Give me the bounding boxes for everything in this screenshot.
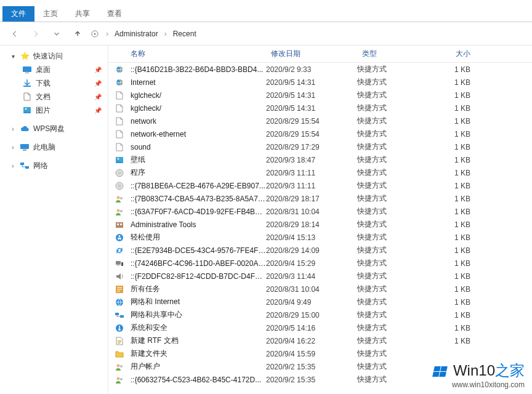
file-date: 2020/8/31 10:04: [266, 285, 357, 294]
file-type: 快捷方式: [357, 284, 426, 294]
file-icon: [108, 181, 131, 191]
file-name: Administrative Tools: [131, 220, 266, 229]
nav-back-button[interactable]: [6, 26, 23, 41]
file-size: 1 KB: [426, 285, 475, 294]
breadcrumb-user[interactable]: Administrator: [115, 30, 158, 38]
pictures-icon: [22, 105, 32, 115]
breadcrumb-folder[interactable]: Recent: [173, 30, 196, 38]
file-row[interactable]: 网络和 Internet2020/9/4 9:49快捷方式1 KB: [108, 296, 532, 308]
sidebar-downloads[interactable]: 下载 📌: [0, 76, 108, 90]
tab-share[interactable]: 共享: [66, 6, 99, 22]
file-icon: [108, 103, 131, 113]
documents-icon: [22, 92, 32, 102]
file-icon: [108, 310, 131, 320]
tab-view[interactable]: 查看: [99, 6, 131, 22]
file-icon: [108, 259, 131, 268]
file-row[interactable]: Administrative Tools2020/8/29 18:14快捷方式1…: [108, 218, 532, 231]
file-size: 1 KB: [426, 169, 475, 177]
file-size: 1 KB: [426, 337, 475, 345]
pin-icon: 📌: [94, 94, 102, 100]
sidebar-network[interactable]: › 网络: [0, 159, 108, 172]
file-icon: [108, 207, 131, 217]
file-date: 2020/9/3 18:47: [266, 156, 357, 164]
file-row[interactable]: 新建 RTF 文档2020/9/4 16:22快捷方式1 KB: [108, 334, 532, 347]
file-type: 快捷方式: [357, 167, 426, 178]
tab-file[interactable]: 文件: [2, 6, 34, 22]
file-row[interactable]: 壁纸2020/9/3 18:47快捷方式1 KB: [108, 153, 532, 166]
file-size: 1 KB: [426, 117, 475, 126]
file-row[interactable]: ::{63A7F0F7-6ACD-4D19-92FE-FB4BD9...2020…: [108, 205, 532, 218]
file-row[interactable]: 系统和安全2020/9/5 14:16快捷方式1 KB: [108, 321, 532, 334]
file-size: 1 KB: [426, 311, 475, 320]
file-icon: [108, 336, 131, 346]
file-row[interactable]: 程序2020/9/3 11:11快捷方式1 KB: [108, 166, 532, 179]
file-row[interactable]: 轻松使用2020/9/4 15:13快捷方式1 KB: [108, 231, 532, 244]
sidebar-item-label: 此电脑: [33, 142, 55, 153]
file-date: 2020/9/2 9:33: [266, 65, 357, 74]
ribbon-tabs: 文件 主页 共享 查看: [0, 6, 532, 22]
file-type: 快捷方式: [357, 323, 426, 333]
file-name: ::{B416D21B-3B22-B6D4-BBD3-BBD4...: [131, 65, 266, 74]
file-row[interactable]: sound2020/8/29 17:29快捷方式1 KB: [108, 140, 532, 153]
file-size: 1 KB: [426, 143, 475, 151]
sidebar-item-label: 网络: [33, 161, 48, 171]
file-row[interactable]: network-ethernet2020/8/29 15:54快捷方式1 KB: [108, 127, 532, 140]
sidebar-wps[interactable]: › WPS网盘: [0, 122, 108, 135]
file-name: network-ethernet: [131, 130, 266, 139]
header-size[interactable]: 大小: [426, 49, 475, 59]
file-name: kglcheck/: [131, 91, 266, 100]
svg-rect-38: [118, 343, 120, 344]
file-row[interactable]: ::{B416D21B-3B22-B6D4-BBD3-BBD4...2020/9…: [108, 63, 532, 76]
file-row[interactable]: ::{7B083C74-CBA5-4A73-B235-8A5A71...2020…: [108, 192, 532, 205]
file-type: 快捷方式: [357, 129, 426, 139]
file-size: 1 KB: [426, 324, 475, 332]
file-icon: [108, 220, 131, 230]
file-date: 2020/9/4 15:59: [266, 350, 357, 358]
sidebar-quick-access[interactable]: ▾ ⭐ 快速访问: [0, 49, 108, 63]
svg-point-41: [117, 377, 120, 380]
svg-rect-35: [119, 329, 121, 331]
breadcrumb-sep: ›: [164, 30, 167, 38]
file-row[interactable]: 所有任务2020/8/31 10:04快捷方式1 KB: [108, 283, 532, 296]
svg-rect-37: [118, 342, 121, 342]
desktop-icon: [22, 65, 32, 74]
file-date: 2020/8/29 15:54: [266, 130, 357, 139]
file-row[interactable]: network2020/8/29 15:54快捷方式1 KB: [108, 115, 532, 127]
file-name: ::{E2E7934B-DCE5-43C4-9576-7FE4F7...: [131, 246, 266, 255]
file-row[interactable]: 网络和共享中心2020/8/29 15:00快捷方式1 KB: [108, 308, 532, 321]
sidebar-documents[interactable]: 文档 📌: [0, 90, 108, 103]
svg-rect-23: [116, 222, 123, 228]
header-date[interactable]: 修改日期: [266, 49, 357, 59]
header-name[interactable]: 名称: [108, 49, 266, 59]
header-type[interactable]: 类型: [357, 49, 426, 59]
file-date: 2020/9/2 15:35: [266, 363, 357, 371]
tab-home[interactable]: 主页: [34, 6, 66, 22]
nav-up-button[interactable]: [69, 26, 86, 41]
file-date: 2020/8/29 15:00: [266, 311, 357, 320]
nav-history-button[interactable]: [48, 26, 65, 41]
svg-point-18: [119, 185, 121, 187]
sidebar-item-label: 下载: [36, 78, 50, 89]
file-row[interactable]: ::{E2E7934B-DCE5-43C4-9576-7FE4F7...2020…: [108, 244, 532, 257]
file-type: 快捷方式: [357, 271, 426, 281]
file-name: 网络和 Internet: [131, 297, 266, 307]
sidebar-this-pc[interactable]: › 此电脑: [0, 140, 108, 154]
file-row[interactable]: ::{7B81BE6A-CE2B-4676-A29E-EB907...2020/…: [108, 179, 532, 192]
file-row[interactable]: kglcheck/2020/9/5 14:31快捷方式1 KB: [108, 89, 532, 102]
svg-point-14: [118, 158, 119, 159]
pin-icon: 📌: [94, 80, 102, 87]
file-row[interactable]: 新建文件夹2020/9/4 15:59快捷方式: [108, 347, 532, 360]
file-row[interactable]: ::{74246BFC-4C96-11D0-ABEF-0020AF...2020…: [108, 257, 532, 270]
svg-rect-28: [121, 262, 123, 266]
file-row[interactable]: Internet2020/9/5 14:31快捷方式1 KB: [108, 76, 532, 89]
file-row[interactable]: kglcheck/2020/9/5 14:31快捷方式1 KB: [108, 102, 532, 115]
file-icon: [108, 297, 131, 307]
sidebar-pictures[interactable]: 图片 📌: [0, 103, 108, 117]
file-row[interactable]: ::{F2DDFC82-8F12-4CDD-B7DC-D4FE1...2020/…: [108, 270, 532, 283]
svg-point-19: [117, 196, 120, 199]
file-name: network: [131, 117, 266, 126]
sidebar-desktop[interactable]: 桌面 📌: [0, 63, 108, 76]
nav-forward-button[interactable]: [27, 26, 44, 41]
svg-point-20: [120, 197, 123, 199]
file-date: 2020/8/29 15:54: [266, 117, 357, 126]
